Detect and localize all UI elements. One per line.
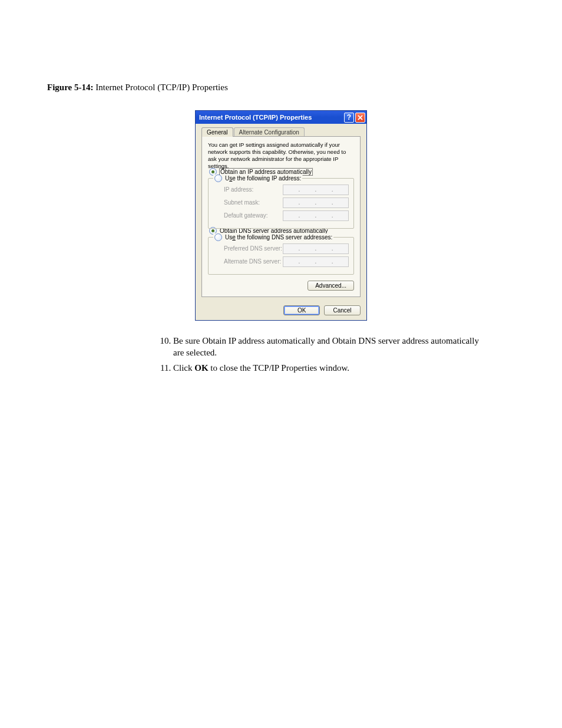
dns-settings-group: Use the following DNS server addresses: … bbox=[208, 237, 354, 275]
default-gateway-input: ... bbox=[283, 210, 349, 221]
alternate-dns-input: ... bbox=[283, 256, 349, 267]
subnet-mask-row: Subnet mask: ... bbox=[224, 197, 349, 208]
figure-caption: Figure 5-14: Internet Protocol (TCP/IP) … bbox=[47, 83, 515, 93]
titlebar[interactable]: Internet Protocol (TCP/IP) Properties ? bbox=[196, 111, 366, 124]
tab-alternate-configuration[interactable]: Alternate Configuration bbox=[234, 127, 305, 137]
preferred-dns-row: Preferred DNS server: ... bbox=[224, 243, 349, 254]
preferred-dns-label: Preferred DNS server: bbox=[224, 245, 283, 252]
radio-use-following-ip-label: Use the following IP address: bbox=[225, 175, 301, 182]
radio-icon bbox=[214, 174, 222, 182]
titlebar-text: Internet Protocol (TCP/IP) Properties bbox=[199, 114, 343, 121]
radio-use-following-ip[interactable]: Use the following IP address: bbox=[213, 174, 302, 182]
tab-general[interactable]: General bbox=[201, 127, 233, 137]
default-gateway-label: Default gateway: bbox=[224, 212, 283, 219]
alternate-dns-row: Alternate DNS server: ... bbox=[224, 256, 349, 267]
step-10: Be sure Obtain IP address automatically … bbox=[173, 335, 480, 359]
tab-row: General Alternate Configuration bbox=[201, 127, 361, 137]
radio-use-following-dns-label: Use the following DNS server addresses: bbox=[225, 234, 332, 241]
subnet-mask-label: Subnet mask: bbox=[224, 199, 283, 206]
step-11: Click OK to close the TCP/IP Properties … bbox=[173, 362, 480, 374]
subnet-mask-input: ... bbox=[283, 197, 349, 208]
radio-use-following-dns[interactable]: Use the following DNS server addresses: bbox=[213, 233, 333, 241]
tcpip-properties-dialog: Internet Protocol (TCP/IP) Properties ? … bbox=[195, 110, 367, 321]
general-panel: You can get IP settings assigned automat… bbox=[201, 136, 361, 297]
radio-icon bbox=[214, 233, 222, 241]
alternate-dns-label: Alternate DNS server: bbox=[224, 258, 283, 265]
advanced-row: Advanced... bbox=[208, 281, 354, 291]
figure-label: Figure 5-14: bbox=[47, 83, 93, 92]
ip-address-row: IP address: ... bbox=[224, 185, 349, 195]
advanced-button[interactable]: Advanced... bbox=[308, 281, 354, 291]
default-gateway-row: Default gateway: ... bbox=[224, 210, 349, 221]
cancel-button[interactable]: Cancel bbox=[324, 305, 361, 315]
ok-button[interactable]: OK bbox=[283, 305, 320, 315]
instruction-steps: Be sure Obtain IP address automatically … bbox=[47, 335, 480, 374]
description-text: You can get IP settings assigned automat… bbox=[208, 141, 354, 170]
figure-title: Internet Protocol (TCP/IP) Properties bbox=[95, 83, 228, 92]
ip-address-label: IP address: bbox=[224, 186, 283, 193]
help-icon[interactable]: ? bbox=[344, 113, 354, 123]
close-icon[interactable] bbox=[355, 113, 365, 123]
dialog-footer: OK Cancel bbox=[196, 302, 366, 320]
ip-settings-group: Use the following IP address: IP address… bbox=[208, 178, 354, 229]
preferred-dns-input: ... bbox=[283, 243, 349, 254]
ip-address-input: ... bbox=[283, 185, 349, 195]
